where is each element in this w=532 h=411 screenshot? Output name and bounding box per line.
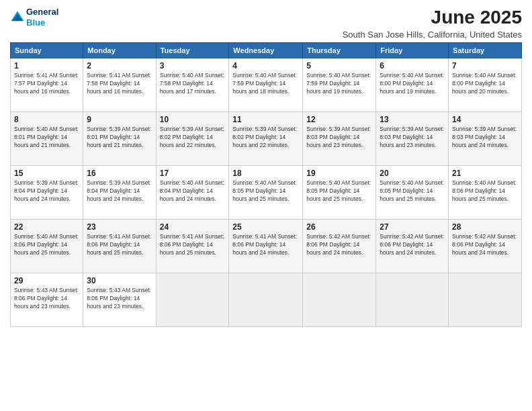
day-number: 17 — [160, 169, 226, 178]
logo-icon — [10, 10, 25, 25]
table-row: 7Sunrise: 5:40 AM Sunset: 8:00 PM Daylig… — [449, 58, 522, 112]
logo-text: General Blue — [26, 7, 58, 28]
table-row: 26Sunrise: 5:42 AM Sunset: 8:06 PM Dayli… — [303, 220, 376, 273]
table-row — [229, 273, 303, 327]
header: General Blue June 2025 South San Jose Hi… — [10, 7, 522, 40]
table-row: 14Sunrise: 5:39 AM Sunset: 8:03 PM Dayli… — [449, 112, 522, 166]
location: South San Jose Hills, California, United… — [343, 30, 522, 40]
table-row: 21Sunrise: 5:40 AM Sunset: 8:06 PM Dayli… — [449, 166, 522, 220]
day-detail: Sunrise: 5:39 AM Sunset: 8:03 PM Dayligh… — [306, 126, 372, 150]
calendar-week-row: 15Sunrise: 5:39 AM Sunset: 8:04 PM Dayli… — [11, 166, 522, 220]
day-number: 1 — [14, 61, 79, 71]
calendar-table: Sunday Monday Tuesday Wednesday Thursday… — [10, 42, 522, 327]
day-detail: Sunrise: 5:41 AM Sunset: 7:58 PM Dayligh… — [87, 72, 152, 96]
day-number: 24 — [160, 222, 226, 232]
calendar-week-row: 8Sunrise: 5:40 AM Sunset: 8:01 PM Daylig… — [11, 112, 522, 166]
table-row: 30Sunrise: 5:43 AM Sunset: 8:06 PM Dayli… — [83, 273, 156, 327]
day-number: 6 — [380, 61, 445, 71]
day-detail: Sunrise: 5:40 AM Sunset: 8:05 PM Dayligh… — [306, 179, 372, 203]
table-row: 11Sunrise: 5:39 AM Sunset: 8:02 PM Dayli… — [229, 112, 303, 166]
table-row: 20Sunrise: 5:40 AM Sunset: 8:05 PM Dayli… — [376, 166, 449, 220]
day-number: 7 — [452, 61, 518, 71]
calendar-week-row: 29Sunrise: 5:43 AM Sunset: 8:06 PM Dayli… — [11, 273, 522, 327]
day-number: 26 — [306, 222, 372, 232]
day-number: 28 — [452, 222, 518, 232]
table-row: 19Sunrise: 5:40 AM Sunset: 8:05 PM Dayli… — [303, 166, 376, 220]
day-number: 29 — [14, 276, 79, 285]
logo-line1: General — [26, 7, 58, 17]
table-row: 29Sunrise: 5:43 AM Sunset: 8:06 PM Dayli… — [11, 273, 83, 327]
day-detail: Sunrise: 5:40 AM Sunset: 7:59 PM Dayligh… — [232, 72, 299, 96]
day-detail: Sunrise: 5:40 AM Sunset: 8:06 PM Dayligh… — [452, 179, 518, 203]
day-detail: Sunrise: 5:43 AM Sunset: 8:06 PM Dayligh… — [87, 287, 152, 311]
day-number: 30 — [87, 276, 152, 285]
header-monday: Monday — [83, 43, 156, 58]
table-row: 3Sunrise: 5:40 AM Sunset: 7:58 PM Daylig… — [156, 58, 229, 112]
day-detail: Sunrise: 5:39 AM Sunset: 8:04 PM Dayligh… — [14, 179, 79, 203]
day-number: 13 — [380, 115, 445, 124]
day-detail: Sunrise: 5:41 AM Sunset: 7:57 PM Dayligh… — [14, 72, 79, 96]
day-detail: Sunrise: 5:39 AM Sunset: 8:03 PM Dayligh… — [380, 126, 445, 150]
table-row: 15Sunrise: 5:39 AM Sunset: 8:04 PM Dayli… — [11, 166, 83, 220]
day-number: 23 — [87, 222, 152, 232]
day-detail: Sunrise: 5:40 AM Sunset: 8:04 PM Dayligh… — [160, 179, 226, 203]
table-row: 12Sunrise: 5:39 AM Sunset: 8:03 PM Dayli… — [303, 112, 376, 166]
table-row: 6Sunrise: 5:40 AM Sunset: 8:00 PM Daylig… — [376, 58, 449, 112]
table-row — [156, 273, 229, 327]
header-sunday: Sunday — [11, 43, 83, 58]
day-number: 12 — [306, 115, 372, 124]
table-row: 13Sunrise: 5:39 AM Sunset: 8:03 PM Dayli… — [376, 112, 449, 166]
day-detail: Sunrise: 5:43 AM Sunset: 8:06 PM Dayligh… — [14, 287, 79, 311]
day-detail: Sunrise: 5:41 AM Sunset: 8:06 PM Dayligh… — [160, 233, 226, 257]
table-row — [376, 273, 449, 327]
header-saturday: Saturday — [449, 43, 522, 58]
table-row: 5Sunrise: 5:40 AM Sunset: 7:59 PM Daylig… — [303, 58, 376, 112]
table-row: 2Sunrise: 5:41 AM Sunset: 7:58 PM Daylig… — [83, 58, 156, 112]
day-number: 19 — [306, 169, 372, 178]
day-detail: Sunrise: 5:40 AM Sunset: 7:59 PM Dayligh… — [306, 72, 372, 96]
day-detail: Sunrise: 5:42 AM Sunset: 8:06 PM Dayligh… — [380, 233, 445, 257]
table-row — [303, 273, 376, 327]
table-row: 18Sunrise: 5:40 AM Sunset: 8:05 PM Dayli… — [229, 166, 303, 220]
table-row: 23Sunrise: 5:41 AM Sunset: 8:06 PM Dayli… — [83, 220, 156, 273]
day-number: 27 — [380, 222, 445, 232]
day-number: 2 — [87, 61, 152, 71]
logo-line2: Blue — [26, 17, 58, 28]
day-detail: Sunrise: 5:42 AM Sunset: 8:06 PM Dayligh… — [452, 233, 518, 257]
table-row: 24Sunrise: 5:41 AM Sunset: 8:06 PM Dayli… — [156, 220, 229, 273]
day-detail: Sunrise: 5:41 AM Sunset: 8:06 PM Dayligh… — [87, 233, 152, 257]
day-number: 4 — [232, 61, 299, 71]
day-detail: Sunrise: 5:40 AM Sunset: 8:05 PM Dayligh… — [380, 179, 445, 203]
header-thursday: Thursday — [303, 43, 376, 58]
table-row: 9Sunrise: 5:39 AM Sunset: 8:01 PM Daylig… — [83, 112, 156, 166]
table-row: 28Sunrise: 5:42 AM Sunset: 8:06 PM Dayli… — [449, 220, 522, 273]
day-detail: Sunrise: 5:41 AM Sunset: 8:06 PM Dayligh… — [232, 233, 299, 257]
day-detail: Sunrise: 5:40 AM Sunset: 8:01 PM Dayligh… — [14, 126, 79, 150]
day-number: 14 — [452, 115, 518, 124]
table-row: 27Sunrise: 5:42 AM Sunset: 8:06 PM Dayli… — [376, 220, 449, 273]
table-row — [449, 273, 522, 327]
day-number: 18 — [232, 169, 299, 178]
day-detail: Sunrise: 5:42 AM Sunset: 8:06 PM Dayligh… — [306, 233, 372, 257]
table-row: 8Sunrise: 5:40 AM Sunset: 8:01 PM Daylig… — [11, 112, 83, 166]
table-row: 4Sunrise: 5:40 AM Sunset: 7:59 PM Daylig… — [229, 58, 303, 112]
day-number: 22 — [14, 222, 79, 232]
day-detail: Sunrise: 5:39 AM Sunset: 8:04 PM Dayligh… — [87, 179, 152, 203]
day-number: 20 — [380, 169, 445, 178]
calendar-week-row: 22Sunrise: 5:40 AM Sunset: 8:06 PM Dayli… — [11, 220, 522, 273]
header-wednesday: Wednesday — [229, 43, 303, 58]
day-detail: Sunrise: 5:40 AM Sunset: 8:00 PM Dayligh… — [380, 72, 445, 96]
day-detail: Sunrise: 5:40 AM Sunset: 7:58 PM Dayligh… — [160, 72, 226, 96]
table-row: 17Sunrise: 5:40 AM Sunset: 8:04 PM Dayli… — [156, 166, 229, 220]
day-number: 15 — [14, 169, 79, 178]
logo: General Blue — [10, 7, 58, 28]
day-number: 16 — [87, 169, 152, 178]
table-row: 1Sunrise: 5:41 AM Sunset: 7:57 PM Daylig… — [11, 58, 83, 112]
table-row: 10Sunrise: 5:39 AM Sunset: 8:02 PM Dayli… — [156, 112, 229, 166]
day-detail: Sunrise: 5:39 AM Sunset: 8:03 PM Dayligh… — [452, 126, 518, 150]
day-number: 3 — [160, 61, 226, 71]
day-number: 21 — [452, 169, 518, 178]
calendar-week-row: 1Sunrise: 5:41 AM Sunset: 7:57 PM Daylig… — [11, 58, 522, 112]
table-row: 16Sunrise: 5:39 AM Sunset: 8:04 PM Dayli… — [83, 166, 156, 220]
day-detail: Sunrise: 5:39 AM Sunset: 8:01 PM Dayligh… — [87, 126, 152, 150]
